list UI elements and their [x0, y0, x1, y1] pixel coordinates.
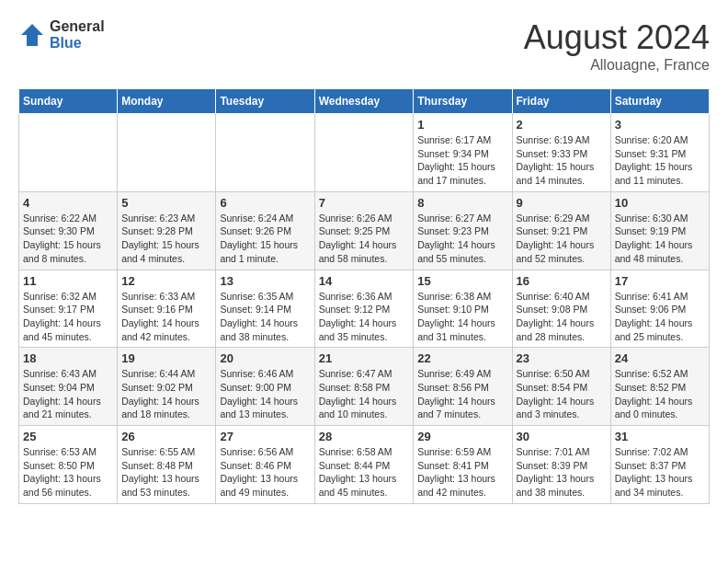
day-info: Sunrise: 6:35 AM Sunset: 9:14 PM Dayligh… [220, 290, 310, 344]
day-number: 8 [417, 196, 507, 210]
day-number: 27 [220, 430, 310, 443]
day-cell: 20Sunrise: 6:46 AM Sunset: 9:00 PM Dayli… [216, 348, 314, 426]
day-info: Sunrise: 7:01 AM Sunset: 8:39 PM Dayligh… [517, 445, 607, 500]
calendar-body: 1Sunrise: 6:17 AM Sunset: 9:34 PM Daylig… [19, 114, 710, 504]
day-info: Sunrise: 6:36 AM Sunset: 9:12 PM Dayligh… [319, 290, 410, 344]
day-cell: 11Sunrise: 6:32 AM Sunset: 9:17 PM Dayli… [19, 270, 118, 348]
day-number: 22 [417, 351, 507, 365]
day-cell: 3Sunrise: 6:20 AM Sunset: 9:31 PM Daylig… [610, 114, 709, 192]
day-number: 31 [615, 430, 705, 443]
day-cell [216, 114, 314, 192]
day-number: 16 [517, 274, 607, 288]
calendar-header: SundayMondayTuesdayWednesdayThursdayFrid… [19, 89, 710, 114]
day-cell [118, 114, 216, 192]
day-info: Sunrise: 6:33 AM Sunset: 9:16 PM Dayligh… [121, 290, 211, 344]
header-saturday: Saturday [610, 89, 709, 114]
day-info: Sunrise: 6:55 AM Sunset: 8:48 PM Dayligh… [121, 445, 211, 500]
day-number: 13 [220, 274, 310, 288]
day-number: 11 [23, 274, 113, 288]
day-cell [314, 114, 414, 192]
month-year: August 2024 [524, 18, 710, 57]
week-row-1: 1Sunrise: 6:17 AM Sunset: 9:34 PM Daylig… [19, 114, 710, 192]
day-cell: 26Sunrise: 6:55 AM Sunset: 8:48 PM Dayli… [118, 426, 216, 504]
day-cell: 23Sunrise: 6:50 AM Sunset: 8:54 PM Dayli… [512, 348, 610, 426]
week-row-4: 18Sunrise: 6:43 AM Sunset: 9:04 PM Dayli… [19, 348, 710, 426]
day-number: 3 [615, 118, 705, 132]
day-info: Sunrise: 6:49 AM Sunset: 8:56 PM Dayligh… [417, 367, 507, 421]
day-cell: 19Sunrise: 6:44 AM Sunset: 9:02 PM Dayli… [118, 348, 216, 426]
day-info: Sunrise: 6:32 AM Sunset: 9:17 PM Dayligh… [23, 290, 113, 344]
day-info: Sunrise: 6:30 AM Sunset: 9:19 PM Dayligh… [615, 212, 705, 266]
day-number: 6 [220, 196, 310, 210]
week-row-2: 4Sunrise: 6:22 AM Sunset: 9:30 PM Daylig… [19, 191, 710, 270]
day-info: Sunrise: 6:47 AM Sunset: 8:58 PM Dayligh… [319, 367, 410, 421]
day-cell: 5Sunrise: 6:23 AM Sunset: 9:28 PM Daylig… [118, 191, 216, 270]
day-number: 12 [121, 274, 211, 288]
day-info: Sunrise: 6:19 AM Sunset: 9:33 PM Dayligh… [517, 133, 607, 188]
header-tuesday: Tuesday [216, 89, 314, 114]
day-cell: 14Sunrise: 6:36 AM Sunset: 9:12 PM Dayli… [314, 270, 414, 348]
day-number: 15 [417, 274, 507, 288]
day-number: 7 [319, 196, 410, 210]
day-info: Sunrise: 6:17 AM Sunset: 9:34 PM Dayligh… [417, 133, 507, 188]
day-info: Sunrise: 6:27 AM Sunset: 9:23 PM Dayligh… [417, 212, 507, 266]
logo-icon [18, 21, 46, 49]
logo-blue: Blue [50, 35, 105, 52]
day-cell: 15Sunrise: 6:38 AM Sunset: 9:10 PM Dayli… [414, 270, 512, 348]
day-number: 20 [220, 351, 310, 365]
header-monday: Monday [118, 89, 216, 114]
day-cell: 13Sunrise: 6:35 AM Sunset: 9:14 PM Dayli… [216, 270, 314, 348]
day-info: Sunrise: 6:20 AM Sunset: 9:31 PM Dayligh… [615, 133, 705, 188]
day-number: 5 [121, 196, 211, 210]
day-number: 28 [319, 430, 410, 443]
day-info: Sunrise: 6:56 AM Sunset: 8:46 PM Dayligh… [220, 445, 310, 500]
day-cell: 22Sunrise: 6:49 AM Sunset: 8:56 PM Dayli… [414, 348, 512, 426]
day-cell: 29Sunrise: 6:59 AM Sunset: 8:41 PM Dayli… [414, 426, 512, 504]
day-info: Sunrise: 6:50 AM Sunset: 8:54 PM Dayligh… [517, 367, 607, 421]
day-info: Sunrise: 6:41 AM Sunset: 9:06 PM Dayligh… [615, 290, 705, 344]
day-cell: 8Sunrise: 6:27 AM Sunset: 9:23 PM Daylig… [414, 191, 512, 270]
day-cell: 1Sunrise: 6:17 AM Sunset: 9:34 PM Daylig… [414, 114, 512, 192]
logo-general: General [50, 18, 105, 35]
day-cell: 4Sunrise: 6:22 AM Sunset: 9:30 PM Daylig… [19, 191, 118, 270]
day-cell: 12Sunrise: 6:33 AM Sunset: 9:16 PM Dayli… [118, 270, 216, 348]
day-cell: 24Sunrise: 6:52 AM Sunset: 8:52 PM Dayli… [610, 348, 709, 426]
day-cell: 7Sunrise: 6:26 AM Sunset: 9:25 PM Daylig… [314, 191, 414, 270]
header-wednesday: Wednesday [314, 89, 414, 114]
day-number: 19 [121, 351, 211, 365]
day-cell: 6Sunrise: 6:24 AM Sunset: 9:26 PM Daylig… [216, 191, 314, 270]
calendar-table: SundayMondayTuesdayWednesdayThursdayFrid… [18, 88, 710, 504]
day-info: Sunrise: 6:44 AM Sunset: 9:02 PM Dayligh… [121, 367, 211, 421]
header-thursday: Thursday [414, 89, 512, 114]
day-info: Sunrise: 7:02 AM Sunset: 8:37 PM Dayligh… [615, 445, 705, 500]
day-info: Sunrise: 6:53 AM Sunset: 8:50 PM Dayligh… [23, 445, 113, 500]
day-cell: 2Sunrise: 6:19 AM Sunset: 9:33 PM Daylig… [512, 114, 610, 192]
svg-marker-0 [21, 24, 43, 46]
week-row-5: 25Sunrise: 6:53 AM Sunset: 8:50 PM Dayli… [19, 426, 710, 504]
day-number: 24 [615, 351, 705, 365]
day-number: 30 [517, 430, 607, 443]
header-row: SundayMondayTuesdayWednesdayThursdayFrid… [19, 89, 710, 114]
location: Allouagne, France [524, 57, 710, 74]
day-number: 17 [615, 274, 705, 288]
day-info: Sunrise: 6:46 AM Sunset: 9:00 PM Dayligh… [220, 367, 310, 421]
day-info: Sunrise: 6:52 AM Sunset: 8:52 PM Dayligh… [615, 367, 705, 421]
day-cell: 17Sunrise: 6:41 AM Sunset: 9:06 PM Dayli… [610, 270, 709, 348]
day-info: Sunrise: 6:23 AM Sunset: 9:28 PM Dayligh… [121, 212, 211, 266]
day-number: 10 [615, 196, 705, 210]
day-number: 2 [517, 118, 607, 132]
day-cell: 30Sunrise: 7:01 AM Sunset: 8:39 PM Dayli… [512, 426, 610, 504]
week-row-3: 11Sunrise: 6:32 AM Sunset: 9:17 PM Dayli… [19, 270, 710, 348]
day-number: 14 [319, 274, 410, 288]
day-number: 23 [517, 351, 607, 365]
day-info: Sunrise: 6:59 AM Sunset: 8:41 PM Dayligh… [417, 445, 507, 500]
header-sunday: Sunday [19, 89, 118, 114]
logo-text: General Blue [50, 18, 105, 51]
day-info: Sunrise: 6:24 AM Sunset: 9:26 PM Dayligh… [220, 212, 310, 266]
day-cell [19, 114, 118, 192]
day-info: Sunrise: 6:38 AM Sunset: 9:10 PM Dayligh… [417, 290, 507, 344]
day-info: Sunrise: 6:29 AM Sunset: 9:21 PM Dayligh… [517, 212, 607, 266]
day-cell: 21Sunrise: 6:47 AM Sunset: 8:58 PM Dayli… [314, 348, 414, 426]
header: General Blue August 2024 Allouagne, Fran… [18, 18, 710, 74]
day-number: 29 [417, 430, 507, 443]
